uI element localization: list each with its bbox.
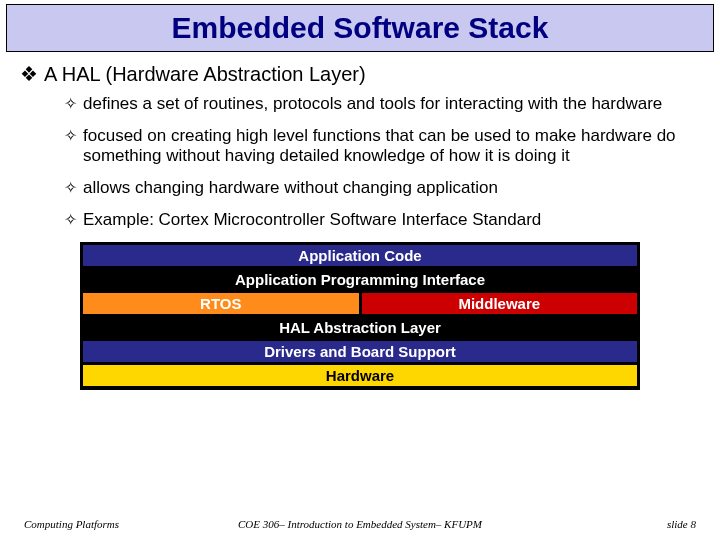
software-stack-diagram: Application Code Application Programming… <box>80 242 640 390</box>
stack-hal-label: HAL Abstraction Layer <box>82 316 639 340</box>
stack-api-label: Application Programming Interface <box>82 268 639 292</box>
stack-layer-hal: HAL Abstraction Layer <box>82 316 639 340</box>
sub-bullet-text: allows changing hardware without changin… <box>83 178 498 198</box>
sub-bullet: ✧ allows changing hardware without chang… <box>64 178 700 198</box>
stack-layer-drivers: Drivers and Board Support <box>82 340 639 364</box>
sub-bullet-text: focused on creating high level functions… <box>83 126 700 166</box>
stack-app-label: Application Code <box>82 244 639 268</box>
footer-right: slide 8 <box>528 518 696 530</box>
diamond-open-icon: ✧ <box>64 94 77 114</box>
slide-title-bar: Embedded Software Stack <box>6 4 714 52</box>
sub-bullet: ✧ Example: Cortex Microcontroller Softwa… <box>64 210 700 230</box>
diamond-bullet-icon: ❖ <box>20 62 38 86</box>
stack-rtos-label: RTOS <box>82 292 361 316</box>
slide-content: ❖ A HAL (Hardware Abstraction Layer) ✧ d… <box>0 52 720 390</box>
sub-bullet-text: defines a set of routines, protocols and… <box>83 94 662 114</box>
stack-drv-label: Drivers and Board Support <box>82 340 639 364</box>
stack-layer-api: Application Programming Interface <box>82 268 639 292</box>
diamond-open-icon: ✧ <box>64 126 77 146</box>
slide-title: Embedded Software Stack <box>7 11 713 45</box>
slide-footer: Computing Platforms COE 306– Introductio… <box>0 518 720 530</box>
sub-bullet: ✧ defines a set of routines, protocols a… <box>64 94 700 114</box>
diamond-open-icon: ✧ <box>64 178 77 198</box>
diamond-open-icon: ✧ <box>64 210 77 230</box>
stack-layer-hardware: Hardware <box>82 364 639 389</box>
sub-bullet-text: Example: Cortex Microcontroller Software… <box>83 210 541 230</box>
stack-layer-os-mw: RTOS Middleware <box>82 292 639 316</box>
stack-layer-app: Application Code <box>82 244 639 268</box>
sub-bullet-list: ✧ defines a set of routines, protocols a… <box>20 94 700 230</box>
main-bullet-text: A HAL (Hardware Abstraction Layer) <box>44 62 366 86</box>
footer-left: Computing Platforms <box>24 518 192 530</box>
footer-mid: COE 306– Introduction to Embedded System… <box>192 518 528 530</box>
main-bullet: ❖ A HAL (Hardware Abstraction Layer) <box>20 62 700 86</box>
stack-hw-label: Hardware <box>82 364 639 389</box>
sub-bullet: ✧ focused on creating high level functio… <box>64 126 700 166</box>
stack-mw-label: Middleware <box>360 292 639 316</box>
